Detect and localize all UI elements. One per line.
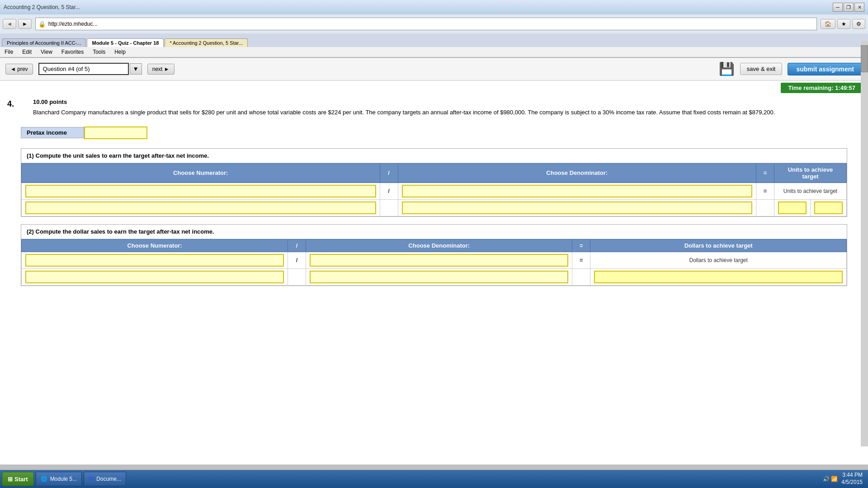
taskbar: ⊞ Start 🌐 Module 5... W Docume... 🔊 📶 3:…: [0, 470, 868, 483]
question-select[interactable]: [38, 63, 129, 75]
restore-button[interactable]: ❐: [844, 3, 854, 12]
section1-slash-header: /: [380, 163, 398, 183]
section1-result-header: Units to achieve target: [774, 163, 847, 183]
time-remaining-badge: Time remaining: 1:49:57: [781, 83, 863, 93]
menu-favorites[interactable]: Favorites: [60, 48, 85, 56]
address-input[interactable]: [48, 21, 814, 27]
section1-row2: [22, 199, 847, 216]
section2-row2-numerator-input[interactable]: [25, 271, 284, 283]
section1-slash-cell: /: [380, 183, 398, 199]
section2-container: (2) Compute the dollar sales to earn the…: [21, 224, 847, 286]
dropdown-arrow[interactable]: ▼: [130, 63, 142, 75]
section2-numerator-header: Choose Numerator:: [22, 239, 288, 252]
question-content: 4. 10.00 points Blanchard Company manufa…: [0, 95, 868, 297]
section1-answer-input2[interactable]: [814, 202, 843, 214]
pretax-income-input[interactable]: [84, 127, 147, 139]
forward-button[interactable]: ►: [18, 19, 32, 29]
module5-icon: 🌐: [41, 476, 47, 482]
pretax-income-label: Pretax income: [21, 127, 84, 138]
word-icon: W: [89, 476, 94, 482]
home-button[interactable]: 🏠: [821, 19, 835, 29]
section2-slash-header: /: [288, 239, 306, 252]
tab-module5-quiz[interactable]: Module 5 - Quiz - Chapter 18: [87, 38, 164, 47]
section2-row1: / = Dollars to achieve target: [22, 252, 847, 268]
security-icon: 🔒: [38, 21, 46, 28]
question-number: 4.: [7, 99, 14, 109]
taskbar-clock: 3:44 PM 4/5/2015: [841, 472, 863, 483]
section2-row2-denominator-input[interactable]: [310, 271, 568, 283]
submit-assignment-button[interactable]: submit assignment: [788, 63, 863, 75]
section2-row2-numerator-cell: [22, 268, 288, 285]
tab-principles[interactable]: Principles of Accounting II ACC-...: [2, 38, 86, 47]
save-exit-button[interactable]: save & exit: [740, 63, 783, 75]
section2-slash-cell: /: [288, 252, 306, 268]
time-bar: Time remaining: 1:49:57: [0, 81, 868, 95]
next-button[interactable]: next ►: [147, 64, 175, 75]
section1-row2-result-cell1: [774, 199, 811, 216]
section1-row2-result-cell2: [811, 199, 847, 216]
taskbar-module5[interactable]: 🌐 Module 5...: [36, 472, 82, 483]
section2-numerator-input-cell: [22, 252, 288, 268]
section1-container: (1) Compute the unit sales to earn the t…: [21, 148, 847, 217]
address-bar: 🔒: [35, 18, 817, 30]
section1-row1: / = Units to achieve target: [22, 183, 847, 199]
section2-row2-result-cell: [590, 268, 847, 285]
section2-row2-slash-cell: [288, 268, 306, 285]
module5-label: Module 5...: [50, 476, 77, 482]
close-button[interactable]: ✕: [854, 3, 864, 12]
section1-denominator-input[interactable]: [402, 185, 753, 197]
tab-accounting2[interactable]: * Accounting 2 Question, 5 Star...: [165, 38, 247, 47]
start-button[interactable]: ⊞ Start: [2, 472, 34, 483]
taskbar-document[interactable]: W Docume...: [84, 472, 126, 483]
start-label: Start: [14, 476, 28, 483]
section1-row2-numerator-input[interactable]: [25, 202, 376, 214]
document-label: Docume...: [96, 476, 121, 482]
section2-answer-input[interactable]: [594, 271, 843, 283]
save-disk-icon[interactable]: 💾: [719, 61, 735, 76]
section2-equals-cell: =: [572, 252, 590, 268]
section1-numerator-header: Choose Numerator:: [22, 163, 380, 183]
menu-file[interactable]: File: [3, 48, 15, 56]
section1-table: Choose Numerator: / Choose Denominator: …: [21, 163, 847, 216]
menu-edit[interactable]: Edit: [20, 48, 33, 56]
section1-title: (1) Compute the unit sales to earn the t…: [21, 149, 847, 163]
favorites-button[interactable]: ★: [837, 19, 850, 29]
windows-icon: ⊞: [8, 476, 13, 483]
minimize-button[interactable]: ─: [833, 3, 843, 12]
menu-tools[interactable]: Tools: [91, 48, 107, 56]
section1-result-text: Units to achieve target: [774, 183, 847, 199]
clock-date: 4/5/2015: [841, 479, 863, 483]
section1-denominator-header: Choose Denominator:: [398, 163, 756, 183]
pretax-income-row: Pretax income: [21, 127, 861, 139]
taskbar-right: 🔊 📶 3:44 PM 4/5/2015: [823, 472, 866, 483]
section1-numerator-input-cell: [22, 183, 380, 199]
clock-time: 3:44 PM: [841, 472, 863, 479]
settings-button[interactable]: ⚙: [852, 19, 865, 29]
quiz-toolbar: ◄ prev ▼ next ► 💾 save & exit submit ass…: [0, 58, 868, 81]
section1-numerator-input[interactable]: [25, 185, 376, 197]
section1-row2-denominator-input[interactable]: [402, 202, 753, 214]
section1-row2-slash-cell: [380, 199, 398, 216]
section1-answer-input1[interactable]: [778, 202, 807, 214]
scrollbar-thumb[interactable]: [861, 45, 868, 72]
menu-view[interactable]: View: [39, 48, 54, 56]
section1-equals-cell: =: [756, 183, 774, 199]
question-text: Blanchard Company manufactures a single …: [33, 108, 775, 117]
question-dropdown: ▼: [38, 63, 142, 75]
section1-denominator-input-cell: [398, 183, 756, 199]
tab-bar: Principles of Accounting II ACC-... Modu…: [0, 33, 868, 47]
section2-equals-header: =: [572, 239, 590, 252]
section2-result-header: Dollars to achieve target: [590, 239, 847, 252]
section2-denominator-input-cell: [306, 252, 572, 268]
prev-button[interactable]: ◄ prev: [5, 64, 33, 75]
browser-title: Accounting 2 Question, 5 Star...: [4, 4, 80, 10]
scrollbar[interactable]: [861, 41, 868, 446]
section2-denominator-input[interactable]: [310, 254, 568, 267]
section2-title: (2) Compute the dollar sales to earn the…: [21, 225, 847, 239]
window-controls: ─ ❐ ✕: [833, 3, 864, 12]
back-button[interactable]: ◄: [3, 19, 16, 29]
section2-numerator-input[interactable]: [25, 254, 284, 267]
section1-row2-denominator-cell: [398, 199, 756, 216]
section2-row2: [22, 268, 847, 285]
menu-help[interactable]: Help: [113, 48, 127, 56]
